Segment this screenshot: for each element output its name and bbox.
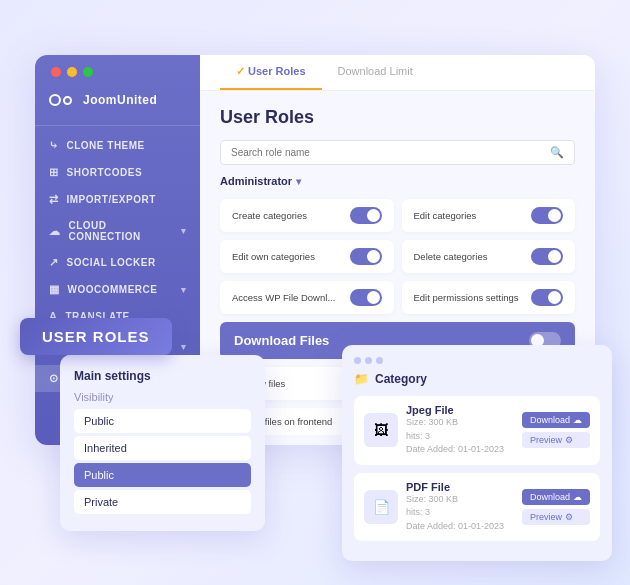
close-dot[interactable] xyxy=(51,67,61,77)
toggle-edit-permissions[interactable] xyxy=(531,289,563,306)
file-item-pdf: 📄 PDF File Size: 300 KB hits: 3 Date Add… xyxy=(354,473,600,542)
tab-user-roles[interactable]: User Roles xyxy=(220,55,322,90)
permission-edit-permissions: Edit permissions settings xyxy=(402,281,576,314)
permission-edit-own-categories: Edit own categories xyxy=(220,240,394,273)
maximize-dot[interactable] xyxy=(83,67,93,77)
sidebar-item-shortcodes[interactable]: ⊞ SHORTCODES xyxy=(35,159,200,186)
sidebar-item-label: CLOUD CONNECTION xyxy=(69,220,173,242)
pdf-date: Date Added: 01-01-2023 xyxy=(406,520,514,534)
jpeg-thumbnail: 🖼 xyxy=(364,413,398,447)
logo-icon xyxy=(49,91,77,109)
clone-theme-icon: ⤷ xyxy=(49,139,59,152)
category-header: 📁 Category xyxy=(354,372,600,386)
search-icon: 🔍 xyxy=(550,146,564,159)
chevron-down-icon: ▾ xyxy=(296,176,301,187)
jpeg-date: Date Added: 01-01-2023 xyxy=(406,443,514,457)
sidebar-item-social-locker[interactable]: ↗ SOCIAL LOCKER xyxy=(35,249,200,276)
role-selector[interactable]: Administrator ▾ xyxy=(220,175,575,187)
pdf-name: PDF File xyxy=(406,481,514,493)
main-settings-title: Main settings xyxy=(74,369,251,383)
main-settings-popup: Main settings Visibility Public Inherite… xyxy=(60,355,265,531)
chevron-down-icon: ▾ xyxy=(181,285,187,295)
pdf-hits: hits: 3 xyxy=(406,506,514,520)
cloud-icon: ☁ xyxy=(49,225,61,238)
jpeg-name: Jpeg File xyxy=(406,404,514,416)
logo-text: JoomUnited xyxy=(83,93,157,107)
toggle-edit-categories[interactable] xyxy=(531,207,563,224)
permission-access-wp: Access WP File Downl... xyxy=(220,281,394,314)
pdf-actions: Download ☁ Preview ⚙ xyxy=(522,489,590,525)
social-locker-icon: ↗ xyxy=(49,256,59,269)
permission-edit-categories: Edit categories xyxy=(402,199,576,232)
category-panel: 📁 Category 🖼 Jpeg File Size: 300 KB hits… xyxy=(342,345,612,561)
sidebar-item-label: SHORTCODES xyxy=(67,167,143,178)
toggle-access-wp[interactable] xyxy=(350,289,382,306)
sidebar-item-woocommerce[interactable]: ▦ WOOCOMMERCE ▾ xyxy=(35,276,200,303)
toggle-edit-own-categories[interactable] xyxy=(350,248,382,265)
option-private[interactable]: Private xyxy=(74,490,251,514)
chevron-down-icon: ▾ xyxy=(181,342,187,352)
sidebar-logo: JoomUnited xyxy=(35,91,200,126)
pdf-thumbnail: 📄 xyxy=(364,490,398,524)
window-controls xyxy=(51,67,93,77)
logo-circle-2 xyxy=(63,96,72,105)
search-bar: 🔍 xyxy=(220,140,575,165)
panel-dots xyxy=(354,357,600,364)
jpeg-info: Jpeg File Size: 300 KB hits: 3 Date Adde… xyxy=(406,404,514,457)
import-export-icon: ⇄ xyxy=(49,193,59,206)
file-access-icon: ⊙ xyxy=(49,372,59,385)
jpeg-actions: Download ☁ Preview ⚙ xyxy=(522,412,590,448)
panel-dot-2 xyxy=(365,357,372,364)
sidebar-item-cloud-connection[interactable]: ☁ CLOUD CONNECTION ▾ xyxy=(35,213,200,249)
sidebar-item-label: CLONE THEME xyxy=(67,140,145,151)
sidebar-item-label: IMPORT/EXPORT xyxy=(67,194,156,205)
permission-create-categories: Create categories xyxy=(220,199,394,232)
pdf-preview-button[interactable]: Preview ⚙ xyxy=(522,509,590,525)
chevron-down-icon: ▾ xyxy=(181,226,187,236)
jpeg-preview-button[interactable]: Preview ⚙ xyxy=(522,432,590,448)
sidebar-item-clone-theme[interactable]: ⤷ CLONE THEME xyxy=(35,132,200,159)
pdf-download-button[interactable]: Download ☁ xyxy=(522,489,590,505)
category-title: Category xyxy=(375,372,427,386)
file-item-jpeg: 🖼 Jpeg File Size: 300 KB hits: 3 Date Ad… xyxy=(354,396,600,465)
logo-circle-1 xyxy=(49,94,61,106)
pdf-size: Size: 300 KB xyxy=(406,493,514,507)
option-public-selected[interactable]: Public xyxy=(74,463,251,487)
option-inherited[interactable]: Inherited xyxy=(74,436,251,460)
sidebar-item-import-export[interactable]: ⇄ IMPORT/EXPORT xyxy=(35,186,200,213)
visibility-label: Visibility xyxy=(74,391,251,403)
toggle-create-categories[interactable] xyxy=(350,207,382,224)
sidebar-item-label: SOCIAL LOCKER xyxy=(67,257,156,268)
minimize-dot[interactable] xyxy=(67,67,77,77)
page-title: User Roles xyxy=(220,107,575,128)
jpeg-download-button[interactable]: Download ☁ xyxy=(522,412,590,428)
woocommerce-icon: ▦ xyxy=(49,283,60,296)
sidebar-item-label: WOOCOMMERCE xyxy=(68,284,158,295)
jpeg-size: Size: 300 KB xyxy=(406,416,514,430)
panel-dot-3 xyxy=(376,357,383,364)
tabs-bar: User Roles Download Limit xyxy=(200,55,595,91)
folder-icon: 📁 xyxy=(354,372,369,386)
toggle-delete-categories[interactable] xyxy=(531,248,563,265)
shortcodes-icon: ⊞ xyxy=(49,166,59,179)
tab-download-limit[interactable]: Download Limit xyxy=(322,55,429,90)
jpeg-hits: hits: 3 xyxy=(406,430,514,444)
option-public-1[interactable]: Public xyxy=(74,409,251,433)
panel-dot-1 xyxy=(354,357,361,364)
permission-delete-categories: Delete categories xyxy=(402,240,576,273)
pdf-info: PDF File Size: 300 KB hits: 3 Date Added… xyxy=(406,481,514,534)
user-roles-badge: USER ROLES xyxy=(20,318,172,355)
download-files-label: Download Files xyxy=(234,333,329,348)
search-input[interactable] xyxy=(231,147,550,158)
